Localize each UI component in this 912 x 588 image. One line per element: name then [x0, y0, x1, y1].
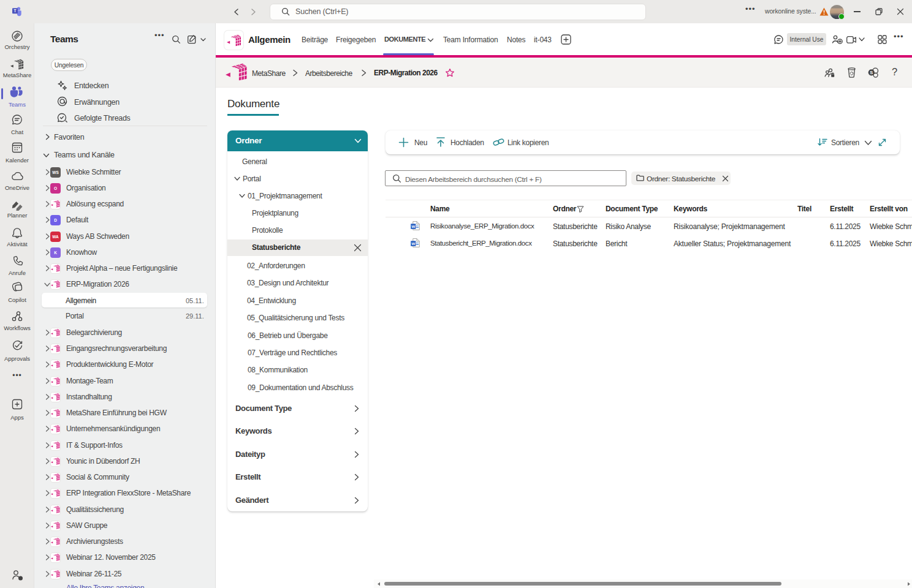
svg-text:W: W [411, 241, 415, 245]
svg-text:S: S [870, 70, 873, 75]
svg-text:T: T [14, 9, 17, 13]
svg-text:W: W [411, 224, 415, 228]
